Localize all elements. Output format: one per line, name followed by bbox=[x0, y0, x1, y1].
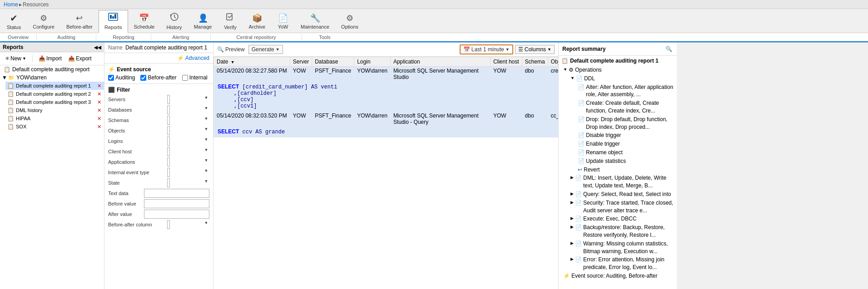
tab-yow[interactable]: 📄 YoW bbox=[271, 10, 295, 33]
textdata-input[interactable] bbox=[144, 189, 209, 198]
ddl-expand[interactable]: ▼ bbox=[570, 75, 575, 81]
tab-schedule[interactable]: 📅 Schedule bbox=[128, 10, 161, 33]
home-link[interactable]: Home bbox=[4, 1, 18, 8]
report-item-0[interactable]: 📋 Default complete auditing report 1 ✕ bbox=[5, 82, 104, 90]
tab-configure[interactable]: ⚙ Configure bbox=[27, 10, 60, 33]
dml-item[interactable]: ▶ 📄 DML: Insert, Update, Delete, Write t… bbox=[569, 174, 674, 190]
dml-expand[interactable]: ▶ bbox=[570, 175, 574, 181]
report-item-3[interactable]: 📋 DML history ✕ bbox=[5, 106, 104, 114]
schemas-select[interactable] bbox=[167, 116, 170, 125]
tab-archive[interactable]: 📦 Archive bbox=[243, 10, 271, 33]
security-expand[interactable]: ▶ bbox=[570, 200, 574, 206]
objects-select[interactable] bbox=[167, 126, 170, 135]
delete-icon-0[interactable]: ✕ bbox=[97, 83, 101, 89]
delete-icon-4[interactable]: ✕ bbox=[97, 116, 101, 122]
query-expand[interactable]: ▶ bbox=[570, 191, 574, 197]
security-icon: 📄 bbox=[575, 199, 582, 207]
preview-button[interactable]: 🔍 Preview bbox=[217, 46, 245, 53]
logins-select[interactable] bbox=[167, 137, 170, 146]
tab-maintenance[interactable]: 🔧 Maintenance bbox=[295, 10, 335, 33]
warning-expand[interactable]: ▶ bbox=[570, 240, 574, 246]
standalone-report-item[interactable]: 📋 Default complete auditing report bbox=[0, 65, 104, 73]
new-button[interactable]: ✳ New ▼ bbox=[3, 54, 29, 63]
columns-button[interactable]: ☰ Columns ▼ bbox=[515, 45, 555, 54]
th-application[interactable]: Application bbox=[390, 57, 490, 67]
th-database[interactable]: Database bbox=[312, 57, 354, 67]
applications-select[interactable] bbox=[167, 157, 170, 167]
import-icon: 📥 bbox=[39, 55, 45, 62]
eventtype-select[interactable] bbox=[167, 168, 170, 177]
resources-link[interactable]: Resources bbox=[23, 1, 49, 8]
before-after-checkbox[interactable]: Before-after bbox=[140, 74, 176, 81]
th-login[interactable]: Login bbox=[354, 57, 391, 67]
table-row[interactable]: 05/14/2020 08:32:03.520 PM YOW PSFT_Fina… bbox=[214, 112, 559, 127]
ddl-item[interactable]: ▼ 📄 DDL bbox=[569, 74, 674, 83]
aftervalue-input[interactable] bbox=[144, 210, 209, 219]
generate-button[interactable]: Generate ▼ bbox=[248, 45, 283, 54]
error-item[interactable]: ▶ 📄 Error: Error attention, Missing join… bbox=[569, 255, 674, 272]
servers-select[interactable] bbox=[167, 95, 170, 104]
execute-expand[interactable]: ▶ bbox=[570, 216, 574, 221]
sort-date-icon: ▼ bbox=[231, 60, 235, 64]
th-client-host[interactable]: Client host bbox=[490, 57, 522, 67]
internal-checkbox[interactable]: Internal bbox=[182, 74, 208, 81]
ops-label: Operations bbox=[575, 66, 602, 74]
sql-content-1: SELECT ccv AS grande bbox=[214, 127, 558, 137]
report-item-1[interactable]: 📋 Default complete auditing report 2 ✕ bbox=[5, 90, 104, 98]
collapse-icon[interactable]: ◀◀ bbox=[94, 45, 101, 50]
th-object[interactable]: Object bbox=[548, 57, 558, 67]
backup-expand[interactable]: ▶ bbox=[570, 224, 574, 230]
execute-item[interactable]: ▶ 📄 Execute: Exec, DBCC bbox=[569, 215, 674, 223]
table-row[interactable]: 05/14/2020 08:32:27.580 PM YOW PSFT_Fina… bbox=[214, 67, 559, 82]
warning-item[interactable]: ▶ 📄 Warning: Missing column statistics, … bbox=[569, 240, 674, 256]
export-button[interactable]: 📤 Export bbox=[66, 54, 94, 63]
th-server[interactable]: Server bbox=[290, 57, 312, 67]
tab-status[interactable]: ✔ Status bbox=[1, 10, 27, 33]
report-item-5[interactable]: 📋 SOX ✕ bbox=[5, 122, 104, 131]
delete-icon-5[interactable]: ✕ bbox=[97, 124, 101, 130]
report-label-3: DML history bbox=[16, 108, 42, 113]
time-filter-button[interactable]: 📅 Last 1 minute ▼ bbox=[460, 44, 513, 54]
state-select[interactable] bbox=[167, 178, 170, 187]
report-item-2[interactable]: 📋 Default complete auditing report 3 ✕ bbox=[5, 98, 104, 106]
query-icon: 📄 bbox=[575, 191, 582, 198]
security-item[interactable]: ▶ 📄 Security: Trace started, Trace close… bbox=[569, 199, 674, 215]
ddl-rename: 📄 Rename object bbox=[576, 148, 674, 157]
sql-content-0: SELECT [credit_card_number] AS venti ,[c… bbox=[214, 82, 558, 111]
error-icon: 📄 bbox=[575, 256, 582, 264]
export-label: Export bbox=[76, 55, 92, 62]
tab-before-after[interactable]: ↩ Before-after bbox=[60, 10, 99, 33]
eventsource-item[interactable]: ⚡ Event source: Auditing, Before-after bbox=[561, 272, 674, 280]
beforeafter-col-select[interactable] bbox=[167, 220, 170, 229]
event-source-title: ⚡ Event source bbox=[108, 66, 209, 73]
delete-icon-2[interactable]: ✕ bbox=[97, 99, 101, 105]
group-expand-icon[interactable]: ▼ bbox=[2, 74, 6, 81]
databases-select[interactable] bbox=[167, 105, 170, 114]
tab-history-label: History bbox=[166, 24, 182, 30]
query-item[interactable]: ▶ 📄 Query: Select, Read text, Select int… bbox=[569, 190, 674, 199]
beforevalue-input[interactable] bbox=[144, 199, 209, 208]
report-icon-standalone: 📋 bbox=[4, 66, 10, 73]
delete-icon-1[interactable]: ✕ bbox=[97, 91, 101, 97]
import-button[interactable]: 📥 Import bbox=[36, 54, 64, 63]
group-item[interactable]: ▼ 📁 YOW\darren bbox=[0, 73, 104, 82]
backup-item[interactable]: ▶ 📄 Backup/restore: Backup, Restore, Res… bbox=[569, 223, 674, 240]
tab-manage[interactable]: 👤 Manage bbox=[188, 10, 218, 33]
ops-expand[interactable]: ▼ bbox=[563, 67, 567, 73]
section-tools: Tools bbox=[302, 34, 347, 40]
th-schema[interactable]: Schema bbox=[522, 57, 548, 67]
tab-history[interactable]: History bbox=[160, 10, 188, 33]
error-expand[interactable]: ▶ bbox=[570, 256, 574, 262]
auditing-checkbox[interactable]: Auditing bbox=[108, 74, 135, 81]
tab-verify[interactable]: Verify bbox=[218, 10, 243, 33]
clienthost-select[interactable] bbox=[167, 147, 170, 156]
status-icon: ✔ bbox=[10, 13, 18, 24]
ops-item[interactable]: ▼ ⚙ Operations bbox=[561, 66, 674, 74]
report-item-4[interactable]: 📋 HIPAA ✕ bbox=[5, 114, 104, 122]
th-date[interactable]: Date ▼ bbox=[214, 57, 290, 67]
tab-reports[interactable]: Reports bbox=[99, 10, 128, 33]
summary-search-button[interactable]: 🔍 bbox=[664, 44, 673, 54]
advanced-button[interactable]: ⚡ Advanced bbox=[177, 55, 209, 61]
tab-options[interactable]: ⚙ Options bbox=[335, 10, 364, 33]
delete-icon-3[interactable]: ✕ bbox=[97, 108, 101, 113]
